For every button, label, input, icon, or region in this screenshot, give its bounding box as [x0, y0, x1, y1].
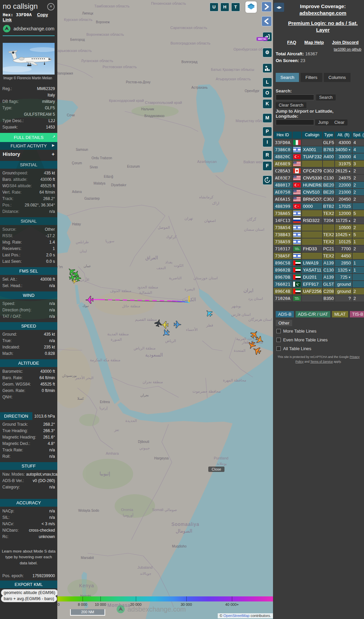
aircraft-icon[interactable] [154, 318, 163, 327]
map-button-p[interactable]: P [263, 127, 272, 136]
aircraft-icon[interactable] [204, 308, 214, 318]
aircraft-row[interactable]: 4B8017HUNER63BE20220002 [274, 182, 364, 188]
table-lines-option[interactable]: More Table Lines [276, 329, 316, 334]
aircraft-row[interactable]: 71020AB350?2 [274, 295, 364, 302]
github-link[interactable]: tar1090 on github [334, 47, 361, 51]
flight-activity-button[interactable]: FLIGHT ACTIVITY▶ [0, 142, 57, 150]
settings-gear-button[interactable]: ⚙ [263, 48, 272, 57]
search-button[interactable]: Search [316, 94, 336, 101]
map[interactable]: Пензенская областьТамбовская областьЛипе… [57, 0, 273, 619]
close-route-button[interactable]: Close [208, 467, 224, 472]
country-flag-icon [293, 175, 301, 181]
aircraft-row[interactable]: 7386C0XA001B76334050 ▼4 [274, 146, 364, 153]
table-lines-option[interactable]: Even More Table Lines [276, 337, 328, 342]
map-button-f[interactable]: F [263, 161, 272, 171]
aircraft-row[interactable]: AE0750CNV510BE20210002 [274, 189, 364, 195]
aircraft-icon[interactable] [247, 341, 256, 350]
checkbox-icon[interactable] [276, 338, 281, 342]
clear-button[interactable]: Clear [331, 119, 347, 125]
sidebar-expand-button[interactable] [262, 2, 272, 12]
legend-tick-label: 20 000 [130, 602, 142, 607]
export-kml-button[interactable]: baro + avg.(EGM96 - baro) [1, 595, 57, 602]
aircraft-row[interactable]: 8967DBDU201A139725 ▼ [274, 274, 364, 280]
terms-link[interactable]: Terms of Service [310, 360, 333, 363]
osm-link[interactable]: OpenStreetMap [223, 614, 250, 618]
map-button-l[interactable]: L [263, 78, 272, 87]
aircraft-row[interactable]: 766021EFF917GL5Tground [274, 281, 364, 287]
filter-chip-ads-c-r-uat[interactable]: ADS-C/R / UAT [296, 311, 330, 317]
aircraft-row[interactable]: 896C58LIWA19A13928501 [274, 260, 364, 266]
filter-chip-tis-b[interactable]: TIS-B [350, 311, 364, 317]
map-button-u[interactable]: U [210, 3, 218, 11]
aircraft-row[interactable]: 33FD0AGLF5430004 [274, 139, 364, 146]
aircraft-row[interactable]: 738A59TEX2101251 [274, 238, 364, 245]
tab-search[interactable]: Search [276, 73, 299, 82]
table-lines-option[interactable]: All Table Lines [276, 346, 311, 351]
aircraft-row[interactable]: 738A54105002 [274, 224, 364, 231]
aircraft-row[interactable]: AE68E9319753 [274, 161, 364, 167]
filter-chip-ads-b[interactable]: ADS-B [276, 311, 294, 317]
clear-search-button[interactable]: Clear Search [276, 102, 306, 108]
legend-tick-label: 8 000 [78, 602, 87, 607]
map-button-k[interactable]: K [263, 99, 272, 109]
sidebar-collapse-button[interactable] [262, 16, 272, 26]
improve-coverage-link[interactable]: adsbexchange.com [283, 10, 363, 16]
aircraft-row[interactable]: 738A65TEX2120005 [274, 210, 364, 217]
replay-button[interactable] [263, 175, 272, 185]
aircraft-icon[interactable] [161, 321, 168, 329]
help-link[interactable]: FAQ [287, 40, 296, 45]
map-button-o[interactable]: O [263, 88, 272, 98]
source-filter-chips: ADS-BADS-C/R / UATMLATTIS-B [276, 311, 364, 317]
map-button-h[interactable]: H [220, 3, 229, 11]
filter-chip-mlat[interactable]: MLAT [332, 311, 348, 317]
history-toggle[interactable]: History+ [0, 150, 57, 158]
aircraft-icon[interactable] [86, 296, 93, 304]
filter-chip-other[interactable]: Other [276, 320, 292, 326]
aircraft-row[interactable]: 89602BYASAT11C1301325 ▼1 [274, 267, 364, 273]
full-details-button[interactable]: FULL DETAILS↗ [0, 133, 57, 142]
panel-resize-button[interactable]: ◀▶ [274, 3, 284, 12]
aircraft-row[interactable]: 14FC13RSD322T20411725 ▲2 [274, 217, 364, 224]
stats-button[interactable] [263, 63, 272, 73]
map-button-t[interactable]: T [231, 3, 240, 11]
telemetry-row: Pos.:29.082°, 36.304° [0, 202, 57, 208]
checkbox-icon[interactable] [276, 346, 281, 351]
export-kml-button[interactable]: geometric altitude (EGM96) [1, 589, 57, 596]
aircraft-row[interactable]: 4B83990000BTB217025 [274, 203, 364, 209]
osm-attribution: © OpenStreetMap contributors. [218, 613, 273, 618]
layers-button[interactable] [245, 1, 257, 13]
aircraft-row[interactable]: 4B820CTUAF232A400330004 [274, 153, 364, 160]
aircraft-row[interactable]: AE03E7CNV5330C130249752 [274, 175, 364, 181]
tab-columns[interactable]: Columns [324, 73, 351, 82]
map-button-i[interactable]: I [263, 138, 272, 147]
premium-login-link[interactable]: Premium Login: no ads / Sat. [283, 20, 363, 26]
aircraft-icon[interactable] [174, 321, 181, 328]
aircraft-row[interactable]: 896C4BUAF2256C208ground2 [274, 288, 364, 294]
telemetry-row: Baro. Rate:64 ft/min [0, 374, 57, 381]
jump-button[interactable]: Jump [315, 119, 332, 125]
map-button-r[interactable]: R [263, 150, 272, 160]
close-icon[interactable]: ✕ [47, 3, 55, 10]
aircraft-row[interactable]: 738A5FTEX24450 [274, 253, 364, 259]
country-flag-icon [293, 288, 301, 294]
search-input[interactable] [276, 94, 314, 100]
telemetry-row: NICbaro:cross-checked [0, 527, 57, 533]
help-link[interactable]: Map Help [304, 40, 324, 45]
aircraft-icon[interactable] [161, 328, 171, 338]
help-link[interactable]: Join Discord [332, 40, 359, 45]
aircraft-icon[interactable] [249, 329, 260, 339]
country-flag-icon [293, 238, 301, 245]
telemetry-row: Magnetic Heading:261.6° [0, 434, 57, 440]
telemetry-row: NACp:n/a [0, 508, 57, 514]
map-button-m[interactable]: M [263, 113, 272, 123]
premium-login-link-2[interactable]: Layer [283, 27, 363, 33]
checkbox-icon[interactable] [276, 329, 281, 333]
aircraft-row[interactable]: 738B43TEX210425 ▼5 [274, 231, 364, 238]
tab-filters[interactable]: Filters [301, 73, 322, 82]
aircraft-row[interactable]: 710317FHD33PC2177002 [274, 246, 364, 252]
aircraft-icon[interactable] [252, 345, 262, 356]
aircraft-row[interactable]: AE6A15BRNCO73C30J204502 [274, 196, 364, 202]
section-header: SIGNAL [0, 217, 57, 225]
jump-input[interactable] [276, 119, 314, 125]
aircraft-row[interactable]: C2B5A3CFC4279C30J26125 ▲2 [274, 168, 364, 174]
